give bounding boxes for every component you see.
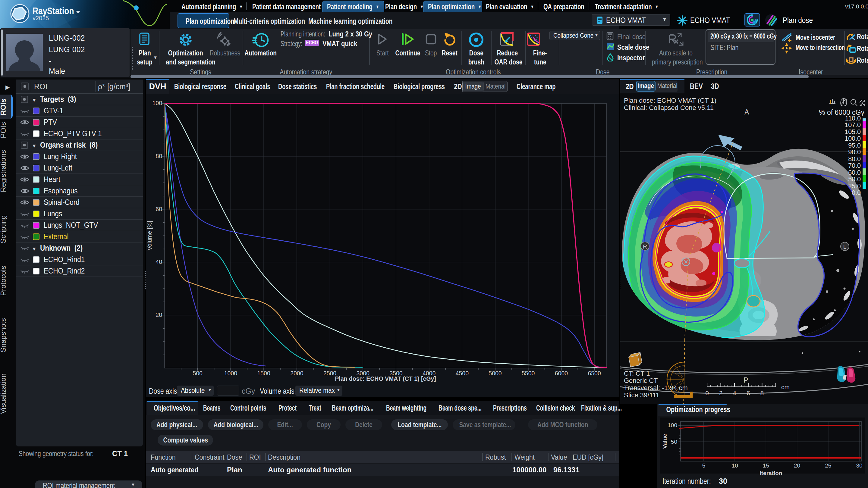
svg-text:5: 5 xyxy=(702,462,706,469)
svg-text:40: 40 xyxy=(156,258,162,265)
svg-text:2500: 2500 xyxy=(323,370,337,377)
svg-text:4500: 4500 xyxy=(456,370,469,377)
svg-text:R: R xyxy=(643,243,647,250)
svg-text:Plan dose: ECHO VMAT (CT 1) [c: Plan dose: ECHO VMAT (CT 1) [cGy] xyxy=(335,375,436,382)
svg-text:Value: Value xyxy=(661,434,668,449)
svg-text:Clinical: Collapsed Cone v5.11: Clinical: Collapsed Cone v5.11 xyxy=(624,104,714,111)
svg-text:95.0: 95.0 xyxy=(848,142,861,149)
svg-text:20: 20 xyxy=(794,462,800,469)
svg-text:60.0: 60.0 xyxy=(848,169,861,176)
svg-text:Iteration: Iteration xyxy=(760,470,782,476)
svg-text:4: 4 xyxy=(733,390,736,396)
svg-text:cm: cm xyxy=(781,384,789,390)
svg-text:15: 15 xyxy=(763,462,769,469)
svg-text:0: 0 xyxy=(705,390,709,396)
svg-text:1000: 1000 xyxy=(224,370,238,377)
svg-text:CT: CT 1: CT: CT 1 xyxy=(624,369,650,377)
svg-text:110.0: 110.0 xyxy=(845,115,861,122)
svg-text:25.0: 25.0 xyxy=(848,183,861,190)
svg-text:2000: 2000 xyxy=(290,370,304,377)
svg-text:Volume [%]: Volume [%] xyxy=(146,221,153,251)
svg-text:10: 10 xyxy=(732,462,738,469)
svg-text:8: 8 xyxy=(761,390,764,396)
svg-text:50: 50 xyxy=(671,438,677,445)
svg-text:60: 60 xyxy=(156,206,162,213)
svg-text:Plan dose: ECHO VMAT (CT 1): Plan dose: ECHO VMAT (CT 1) xyxy=(624,97,716,104)
svg-text:30: 30 xyxy=(856,462,862,469)
svg-text:5000: 5000 xyxy=(489,370,502,377)
svg-text:5500: 5500 xyxy=(522,370,535,377)
svg-text:100: 100 xyxy=(668,422,677,428)
svg-text:P: P xyxy=(744,376,748,384)
svg-text:6000: 6000 xyxy=(555,370,568,377)
svg-text:70.0: 70.0 xyxy=(848,162,861,169)
svg-text:80.0: 80.0 xyxy=(848,156,861,163)
svg-text:A: A xyxy=(744,108,749,116)
svg-text:90.0: 90.0 xyxy=(848,149,861,156)
svg-text:100.0: 100.0 xyxy=(844,135,861,142)
svg-text:100: 100 xyxy=(152,100,162,106)
svg-text:80: 80 xyxy=(156,153,162,159)
svg-text:20: 20 xyxy=(156,312,162,318)
svg-text:25: 25 xyxy=(825,462,831,469)
svg-text:2: 2 xyxy=(719,390,723,396)
svg-text:6500: 6500 xyxy=(588,370,601,377)
svg-text:6: 6 xyxy=(747,390,750,396)
svg-text:1500: 1500 xyxy=(257,370,270,377)
svg-text:50.0: 50.0 xyxy=(848,175,861,183)
svg-text:Slice 39/111: Slice 39/111 xyxy=(624,391,659,399)
svg-text:500: 500 xyxy=(193,370,203,377)
svg-text:Transversal: -1.94 cm: Transversal: -1.94 cm xyxy=(624,384,688,392)
svg-text:107.0: 107.0 xyxy=(844,121,861,129)
svg-text:v2025: v2025 xyxy=(33,15,49,22)
svg-text:L: L xyxy=(843,244,846,250)
svg-text:105.0: 105.0 xyxy=(844,128,861,135)
svg-text:0.0: 0.0 xyxy=(852,189,861,196)
svg-text:Generic CT: Generic CT xyxy=(624,377,658,384)
